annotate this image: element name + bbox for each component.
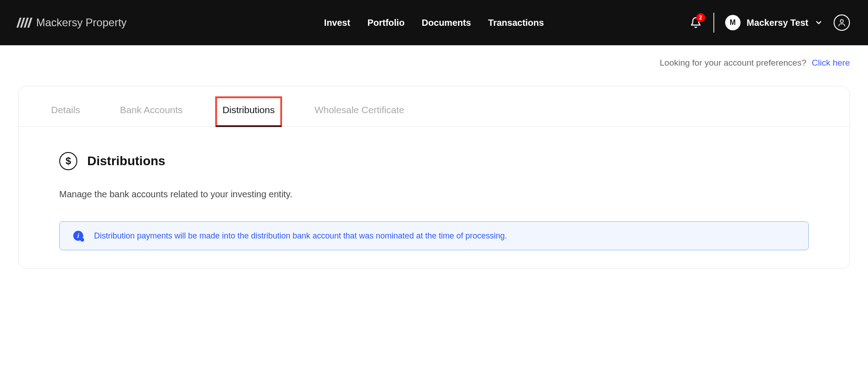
person-icon	[837, 18, 846, 27]
tab-details[interactable]: Details	[45, 97, 86, 126]
tab-distributions[interactable]: Distributions	[216, 97, 281, 126]
panel-description: Manage the bank accounts related to your…	[59, 189, 809, 200]
chevron-down-icon	[815, 19, 823, 27]
distributions-panel: $ Distributions Manage the bank accounts…	[19, 127, 849, 268]
dollar-icon: $	[59, 152, 77, 170]
divider	[713, 13, 714, 33]
panel-title: Distributions	[87, 154, 165, 168]
nav-transactions[interactable]: Transactions	[488, 18, 544, 28]
primary-nav: Invest Portfolio Documents Transactions	[324, 18, 544, 28]
tab-wholesale-certificate[interactable]: Wholesale Certificate	[308, 97, 410, 126]
header-right: 2 M Mackersy Test	[689, 13, 850, 33]
info-callout: i Distribution payments will be made int…	[59, 221, 809, 250]
nav-invest[interactable]: Invest	[324, 18, 350, 28]
brand-name: Mackersy Property	[36, 16, 127, 29]
notifications-button[interactable]: 2	[689, 16, 703, 29]
brand-logo[interactable]: Mackersy Property	[18, 16, 127, 29]
user-name: Mackersy Test	[747, 18, 808, 28]
profile-button[interactable]	[834, 14, 850, 31]
avatar: M	[725, 15, 741, 30]
panel-header: $ Distributions	[59, 152, 809, 170]
notification-badge: 2	[696, 13, 705, 22]
nav-portfolio[interactable]: Portfolio	[368, 18, 405, 28]
app-header: Mackersy Property Invest Portfolio Docum…	[0, 0, 868, 45]
settings-card: Details Bank Accounts Distributions Whol…	[18, 86, 850, 269]
settings-tabs: Details Bank Accounts Distributions Whol…	[19, 86, 849, 127]
info-text: Distribution payments will be made into …	[94, 231, 507, 241]
logo-mark-icon	[18, 18, 31, 28]
svg-point-0	[840, 19, 844, 23]
info-icon: i	[73, 231, 83, 241]
preferences-hint-text: Looking for your account preferences?	[660, 58, 806, 68]
tab-bank-accounts[interactable]: Bank Accounts	[113, 97, 189, 126]
nav-documents[interactable]: Documents	[422, 18, 471, 28]
preferences-hint: Looking for your account preferences? Cl…	[0, 45, 868, 68]
preferences-link[interactable]: Click here	[812, 58, 850, 68]
user-menu[interactable]: M Mackersy Test	[725, 15, 823, 30]
